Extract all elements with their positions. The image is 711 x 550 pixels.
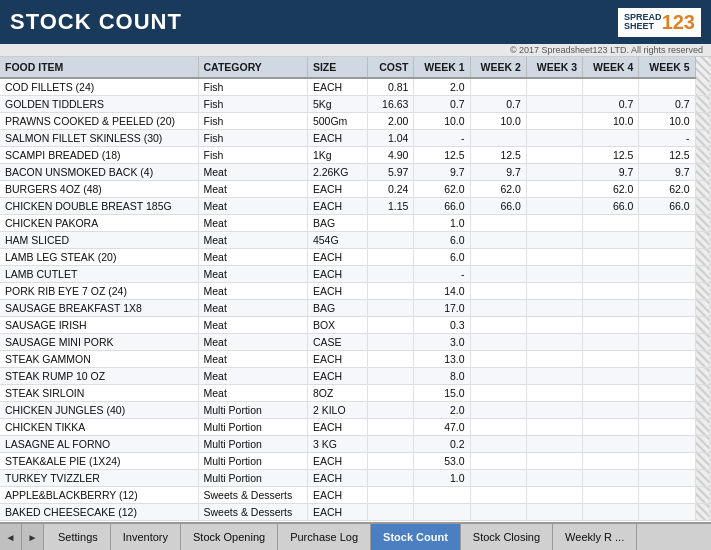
right-edge-cell (695, 487, 710, 504)
right-edge-cell (695, 249, 710, 266)
table-cell: 14.0 (414, 283, 470, 300)
table-cell: EACH (307, 368, 367, 385)
tab-stock-closing[interactable]: Stock Closing (461, 524, 553, 550)
right-edge (695, 57, 710, 78)
table-cell: 0.3 (414, 317, 470, 334)
table-row: CHICKEN DOUBLE BREAST 185GMeatEACH1.1566… (0, 198, 711, 215)
table-cell (470, 249, 526, 266)
tab-stock-count[interactable]: Stock Count (371, 524, 461, 550)
table-cell: 9.7 (470, 164, 526, 181)
table-cell: APPLE&BLACKBERRY (12) (0, 487, 198, 504)
right-edge-cell (695, 402, 710, 419)
table-cell: GOLDEN TIDDLERS (0, 96, 198, 113)
right-edge-cell (695, 334, 710, 351)
table-cell (368, 300, 414, 317)
table-cell (526, 130, 582, 147)
table-cell: 53.0 (414, 453, 470, 470)
table-cell (368, 334, 414, 351)
table-cell (526, 283, 582, 300)
table-cell (368, 215, 414, 232)
nav-arrow-right[interactable]: ► (22, 524, 44, 550)
table-cell: Meat (198, 266, 307, 283)
table-cell (639, 215, 695, 232)
table-cell: EACH (307, 283, 367, 300)
table-cell (583, 419, 639, 436)
table-cell: Sweets & Desserts (198, 487, 307, 504)
tab-stock-opening[interactable]: Stock Opening (181, 524, 278, 550)
table-cell: 3.0 (414, 334, 470, 351)
table-cell: 12.5 (639, 147, 695, 164)
table-cell (526, 113, 582, 130)
table-cell: 62.0 (639, 181, 695, 198)
table-cell (470, 504, 526, 521)
table-cell (583, 130, 639, 147)
table-cell: EACH (307, 487, 367, 504)
table-cell: 15.0 (414, 385, 470, 402)
table-cell: Meat (198, 351, 307, 368)
table-cell (526, 215, 582, 232)
table-cell: Meat (198, 300, 307, 317)
table-cell: Meat (198, 181, 307, 198)
table-cell: Fish (198, 96, 307, 113)
table-cell (583, 283, 639, 300)
table-cell (368, 436, 414, 453)
table-row: STEAK&ALE PIE (1X24)Multi PortionEACH53.… (0, 453, 711, 470)
table-row: CHICKEN PAKORAMeatBAG1.0 (0, 215, 711, 232)
table-row: APPLE&BLACKBERRY (12)Sweets & DessertsEA… (0, 487, 711, 504)
tab-inventory[interactable]: Inventory (111, 524, 181, 550)
table-cell (583, 232, 639, 249)
table-cell (526, 147, 582, 164)
table-body: COD FILLETS (24)FishEACH0.812.0GOLDEN TI… (0, 78, 711, 521)
table-cell: 10.0 (414, 113, 470, 130)
table-cell: 12.5 (470, 147, 526, 164)
table-cell: 10.0 (470, 113, 526, 130)
table-container[interactable]: FOOD ITEM CATEGORY SIZE COST WEEK 1 WEEK… (0, 57, 711, 522)
table-cell (583, 385, 639, 402)
table-cell: BAKED CHEESECAKE (12) (0, 504, 198, 521)
bottom-nav: ◄ ► Settings Inventory Stock Opening Pur… (0, 522, 711, 550)
table-cell: 10.0 (639, 113, 695, 130)
table-cell (639, 249, 695, 266)
table-cell: BOX (307, 317, 367, 334)
table-cell (583, 317, 639, 334)
table-row: LASAGNE AL FORNOMulti Portion3 KG0.2 (0, 436, 711, 453)
tab-purchase-log[interactable]: Purchase Log (278, 524, 371, 550)
tab-settings[interactable]: Settings (46, 524, 111, 550)
table-cell (583, 300, 639, 317)
stock-table: FOOD ITEM CATEGORY SIZE COST WEEK 1 WEEK… (0, 57, 711, 521)
table-cell: - (414, 130, 470, 147)
table-row: PORK RIB EYE 7 OZ (24)MeatEACH14.0 (0, 283, 711, 300)
table-cell: 62.0 (414, 181, 470, 198)
right-edge-cell (695, 504, 710, 521)
table-cell: Meat (198, 215, 307, 232)
table-cell (470, 300, 526, 317)
table-cell (526, 198, 582, 215)
table-cell (639, 419, 695, 436)
table-cell: 6.0 (414, 249, 470, 266)
table-cell: EACH (307, 453, 367, 470)
table-cell (470, 78, 526, 96)
table-cell: CHICKEN JUNGLES (40) (0, 402, 198, 419)
table-cell (583, 436, 639, 453)
table-row: LAMB LEG STEAK (20)MeatEACH6.0 (0, 249, 711, 266)
table-cell: EACH (307, 249, 367, 266)
table-cell (368, 504, 414, 521)
table-row: SAUSAGE BREAKFAST 1X8MeatBAG17.0 (0, 300, 711, 317)
nav-arrow-left[interactable]: ◄ (0, 524, 22, 550)
table-cell (583, 78, 639, 96)
table-cell (470, 215, 526, 232)
table-cell: EACH (307, 198, 367, 215)
right-edge-cell (695, 198, 710, 215)
right-edge-cell (695, 368, 710, 385)
table-cell: 2.0 (414, 78, 470, 96)
table-cell: SAUSAGE IRISH (0, 317, 198, 334)
col-week1: WEEK 1 (414, 57, 470, 78)
table-cell (368, 487, 414, 504)
table-cell (368, 232, 414, 249)
table-cell: 17.0 (414, 300, 470, 317)
table-cell: BURGERS 4OZ (48) (0, 181, 198, 198)
table-row: GOLDEN TIDDLERSFish5Kg16.630.70.70.70.7 (0, 96, 711, 113)
col-week5: WEEK 5 (639, 57, 695, 78)
table-cell (583, 334, 639, 351)
tab-weekly-r[interactable]: Weekly R ... (553, 524, 637, 550)
